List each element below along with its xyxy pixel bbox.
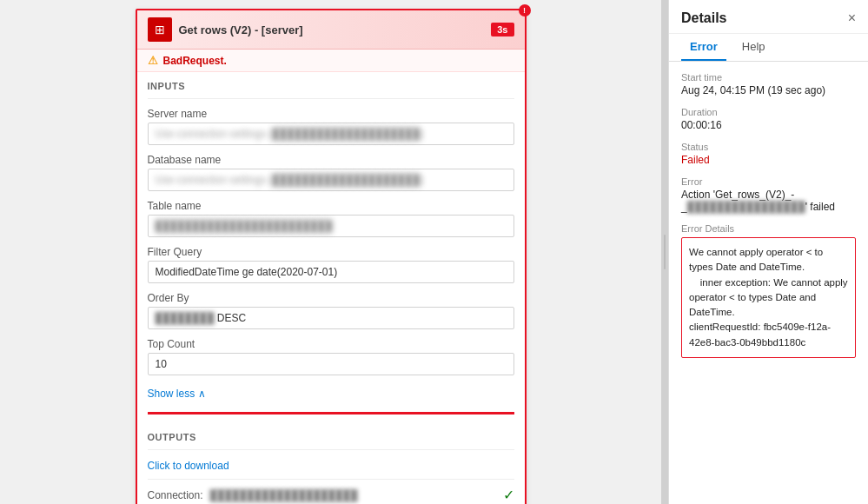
tab-error-label: Error	[690, 40, 718, 53]
bad-request-bar: ⚠ BadRequest.	[137, 50, 525, 72]
order-by-label: Order By	[148, 292, 514, 304]
top-count-field: Top Count 10	[148, 338, 514, 375]
tab-error[interactable]: Error	[681, 34, 726, 61]
inputs-section-label: INPUTS	[148, 72, 514, 99]
table-name-value: ████████████████████████	[148, 215, 514, 237]
error-details-text: We cannot apply operator < to types Date…	[689, 247, 848, 348]
click-to-download-link[interactable]: Click to download	[148, 456, 229, 475]
vertical-divider	[661, 0, 668, 504]
card-icon: ⊞	[148, 17, 172, 42]
details-title: Details	[681, 10, 726, 26]
order-by-value: ████████ DESC	[148, 307, 514, 329]
start-time-label: Start time	[681, 72, 856, 83]
server-name-field: Server name Use connection settings (███…	[148, 108, 514, 145]
card-title: Get rows (V2) - [server]	[179, 23, 303, 36]
start-time-value: Aug 24, 04:15 PM (19 sec ago)	[681, 84, 856, 96]
close-button[interactable]: ×	[848, 11, 856, 25]
card-header-left: ⊞ Get rows (V2) - [server]	[148, 17, 303, 42]
warning-icon: ⚠	[148, 54, 158, 67]
error-value: Action 'Get_rows_(V2)_-_████████████████…	[681, 189, 856, 213]
filter-query-label: Filter Query	[148, 246, 514, 258]
order-by-blurred: ████████	[156, 312, 215, 324]
card-body: INPUTS Server name Use connection settin…	[137, 72, 525, 504]
connection-label: Connection:	[148, 489, 203, 501]
details-body: Start time Aug 24, 04:15 PM (19 sec ago)…	[669, 62, 868, 504]
filter-query-field: Filter Query ModifiedDateTime ge date(20…	[148, 246, 514, 283]
details-tabs: Error Help	[669, 34, 868, 62]
table-name-label: Table name	[148, 200, 514, 212]
top-count-value: 10	[148, 353, 514, 375]
outputs-section-label: OUTPUTS	[148, 423, 514, 450]
tab-help[interactable]: Help	[733, 34, 774, 61]
error-details-box: We cannot apply operator < to types Date…	[681, 237, 856, 358]
order-by-direction: DESC	[217, 312, 246, 324]
server-name-value: Use connection settings (███████████████…	[148, 123, 514, 145]
duration-label: Duration	[681, 107, 856, 117]
check-icon: ✓	[503, 487, 514, 503]
duration-row: Duration 00:00:16	[681, 107, 856, 131]
error-blurred-name: ████████████████	[687, 201, 805, 213]
card-header: ⊞ Get rows (V2) - [server] 3s !	[137, 10, 525, 50]
duration-value: 00:00:16	[681, 119, 856, 131]
start-time-row: Start time Aug 24, 04:15 PM (19 sec ago)	[681, 72, 856, 96]
sql-icon: ⊞	[155, 23, 165, 36]
status-value: Failed	[681, 154, 856, 166]
server-name-label: Server name	[148, 108, 514, 120]
error-details-label: Error Details	[681, 223, 856, 234]
connection-value: ████████████████████	[210, 489, 496, 501]
database-name-value: Use connection settings (███████████████…	[148, 169, 514, 191]
error-row: Error Action 'Get_rows_(V2)_-_██████████…	[681, 176, 856, 213]
details-panel: Details × Error Help Start time Aug 24, …	[668, 0, 868, 504]
status-label: Status	[681, 142, 856, 152]
connection-row: Connection: ████████████████████ ✓	[148, 479, 514, 503]
error-indicator: !	[519, 4, 531, 17]
status-row: Status Failed	[681, 142, 856, 166]
table-name-field: Table name ████████████████████████	[148, 200, 514, 237]
show-less-button[interactable]: Show less ∧	[148, 384, 207, 403]
tab-help-label: Help	[742, 40, 765, 53]
filter-query-value: ModifiedDateTime ge date(2020-07-01)	[148, 261, 514, 283]
show-less-label: Show less	[148, 388, 195, 400]
database-name-field: Database name Use connection settings (█…	[148, 154, 514, 191]
details-header: Details ×	[669, 0, 868, 34]
card-duration: 3s	[491, 23, 514, 36]
error-details-row: Error Details We cannot apply operator <…	[681, 223, 856, 358]
action-card: ⊞ Get rows (V2) - [server] 3s ! ⚠ BadReq…	[136, 9, 527, 504]
chevron-up-icon: ∧	[198, 388, 206, 400]
top-count-label: Top Count	[148, 338, 514, 350]
database-name-label: Database name	[148, 154, 514, 166]
bad-request-label: BadRequest.	[163, 55, 227, 67]
error-label: Error	[681, 176, 856, 187]
order-by-field: Order By ████████ DESC	[148, 292, 514, 329]
outputs-section: OUTPUTS Click to download	[148, 412, 514, 472]
main-panel: ⊞ Get rows (V2) - [server] 3s ! ⚠ BadReq…	[0, 0, 661, 504]
